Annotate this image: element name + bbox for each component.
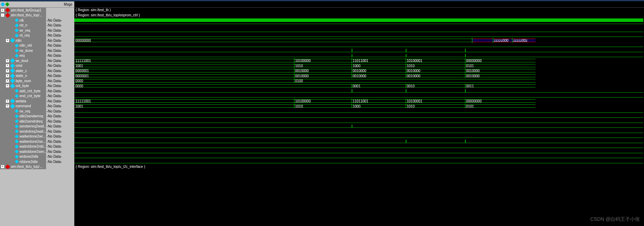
signal-row[interactable]: rd_req-No Data- [0,33,74,38]
signal-row[interactable]: waitwrdone2wr...-No Data- [0,134,74,139]
signal-list[interactable]: +sim:/test_tb/Group1-sim:/test_tb/u_top/… [0,8,74,226]
signal-row[interactable]: req-No Data- [0,53,74,59]
signal-name: wrdata [16,99,26,103]
signal-row[interactable]: wrdone2idle-No Data- [0,154,74,159]
signal-row[interactable]: rdin_vld-No Data- [0,43,74,48]
wave-clk[interactable] [74,18,644,23]
signal-row[interactable]: rst_n-No Data- [0,23,74,28]
bus-value: 0010000 [466,74,480,78]
signal-name: waitrddone2sen... [20,150,46,154]
wave-end-cnt-byte[interactable] [74,94,644,99]
expand-toggle[interactable]: + [6,39,9,42]
signal-row[interactable]: idle2sendwrreq-No Data- [0,114,74,119]
expand-toggle[interactable]: - [1,13,5,17]
signal-row[interactable]: rw_done-No Data- [0,48,74,53]
signal-row[interactable]: waitwrdone2se...-No Data- [0,139,74,144]
expand-toggle[interactable]: + [6,59,9,63]
wave-rst-n[interactable] [74,23,644,28]
region-label: ( Region: sim:/test_tb/u_top/eeprom_ctrl… [74,13,644,18]
wave-add-cnt-byte[interactable] [74,88,644,94]
waveform-area[interactable]: ( Region: sim:/test_tb )( Region: sim:/t… [74,1,644,226]
signal-row[interactable]: +wrdata-No Data- [0,99,74,104]
signal-name: rddone2idle [20,160,38,164]
expand-toggle[interactable]: + [6,79,9,83]
time-ruler[interactable] [74,1,644,8]
signal-value: -No Data- [46,49,74,53]
signal-row[interactable]: waitrddone2sen...-No Data- [0,149,74,154]
bus-value: 10100000 [295,59,311,63]
wave-sendwrreq2wait[interactable] [74,124,644,129]
wave-state-c[interactable]: 00000010010000001000000100000010000 [74,68,644,73]
signal-row[interactable]: +state_n-No Data- [0,73,74,79]
signal-row[interactable]: idle2sendrdreq-No Data- [0,119,74,124]
signal-row[interactable]: +command-No Data- [0,104,74,109]
expand-toggle[interactable]: + [6,74,9,78]
expand-toggle[interactable]: + [6,104,9,108]
expand-toggle[interactable]: + [6,99,9,103]
wave-waitrddone2rdd[interactable] [74,144,644,149]
signal-row[interactable]: +byte_num-No Data- [0,78,74,84]
wave-wrdata[interactable]: 1111100110100000110110011010000100000000 [74,99,644,104]
signal-row[interactable]: +cnt_byte-No Data- [0,84,74,89]
signal-row[interactable]: -sim:/test_tb/u_top/... [0,13,74,18]
wave-state-n[interactable]: 00000010010000001000000100000010000 [74,73,644,79]
bus-value: 11011001 [353,99,368,103]
bus-icon [10,104,15,109]
wave-rdin-vld[interactable] [74,43,644,48]
wave-command[interactable]: 10011010100010100101 [74,104,644,109]
signal-name: cmd [16,64,22,68]
signal-row[interactable]: +sim:/test_tb/u_top/... [0,164,74,170]
signal-value: -No Data- [46,94,74,98]
signal-row[interactable]: add_cnt_byte-No Data- [0,88,74,94]
expand-toggle[interactable]: + [1,8,5,12]
signal-row[interactable]: +sim:/test_tb/Group1 [0,8,74,13]
signal-value: -No Data- [46,84,74,88]
wave-rddone2idle[interactable] [74,159,644,164]
bus-value: 1000 [353,64,360,68]
wave-idle2sendwrreq[interactable] [74,114,644,119]
signal-row[interactable]: rw_req-No Data- [0,109,74,114]
signal-row[interactable]: +cmd-No Data- [0,63,74,69]
header-icon[interactable] [5,2,9,7]
header-icon[interactable] [1,2,5,7]
wave-cmd[interactable]: 10011010100010100101 [74,63,644,69]
wave-sendrdreq2wait[interactable] [74,129,644,134]
wave-rw-req[interactable] [74,109,644,114]
wave-wrdone2idle[interactable] [74,154,644,159]
expand-toggle[interactable]: + [6,64,9,68]
signal-row[interactable]: clk-No Data- [0,18,74,23]
wave-req[interactable] [74,53,644,59]
wave-rd-req[interactable] [74,33,644,38]
bus-value: 0010000 [466,69,480,73]
wave-idle2sendrdreq[interactable] [74,119,644,124]
signal-row[interactable]: wr_req-No Data- [0,28,74,33]
wave-wr-dout[interactable]: 1111100110100000110110011010000100000000 [74,58,644,63]
signal-value: -No Data- [46,39,74,42]
signal-row[interactable]: end_cnt_byte-No Data- [0,94,74,99]
bus-icon [10,63,15,68]
signal-row[interactable]: rddone2idle-No Data- [0,159,74,164]
wave-rdin[interactable]: 00000000zzzzz000zzzzz00z [74,38,644,43]
signal-name: sim:/test_tb/u_top/... [11,13,42,17]
signal-value: -No Data- [46,130,74,133]
signal-row[interactable]: +wr_dout-No Data- [0,58,74,63]
signal-row[interactable]: waitrddone2rdd...-No Data- [0,144,74,149]
wave-cnt-byte[interactable]: 0000000100100011 [74,84,644,89]
region-label: ( Region: sim:/test_tb/u_top/u_i2c_inter… [74,164,644,170]
bus-icon [10,38,15,43]
wave-byte-num[interactable]: 00000100 [74,78,644,84]
signal-row[interactable]: sendrdreq2wait...-No Data- [0,129,74,134]
signal-row[interactable]: sendwrreq2wait...-No Data- [0,124,74,129]
expand-toggle[interactable]: + [6,69,9,73]
wave-rw-done[interactable] [74,48,644,53]
wave-wr-req[interactable] [74,28,644,33]
wave-waitwrdone2se[interactable] [74,139,644,144]
signal-row[interactable]: +state_c-No Data- [0,68,74,73]
expand-toggle[interactable]: + [1,165,5,169]
signal-value: -No Data- [46,23,74,27]
wave-waitwrdone2wr[interactable] [74,134,644,139]
bus-value: 10100000 [295,99,311,103]
signal-row[interactable]: +rdin-No Data- [0,38,74,43]
expand-toggle[interactable]: + [6,84,9,88]
wave-waitrddone2sen[interactable] [74,149,644,154]
